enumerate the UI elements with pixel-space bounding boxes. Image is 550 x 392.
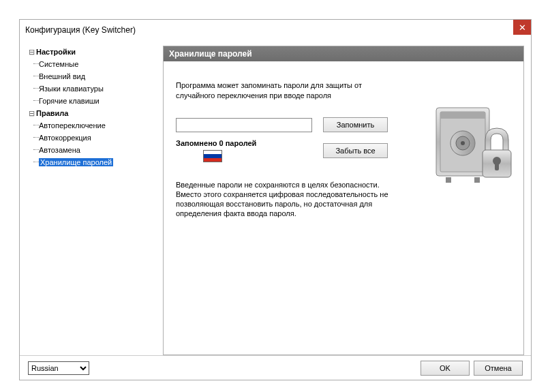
flag-russia-icon (203, 150, 222, 162)
panel-header: Хранилище паролей (164, 46, 523, 61)
remember-button[interactable]: Запомнить (323, 117, 388, 132)
safe-lock-icon (432, 102, 514, 191)
tree-group-settings[interactable]: Настройки (27, 46, 156, 58)
footer-bar: Russian OK Отмена (20, 355, 531, 380)
remembered-count: Запомнено 0 паролей (176, 139, 312, 147)
forget-all-button[interactable]: Забыть все (323, 143, 388, 158)
tree-item-hotkeys[interactable]: Горячие клавиши (27, 95, 156, 107)
config-window: Конфигурация (Key Switcher) ✕ Настройки … (19, 19, 532, 380)
close-button[interactable]: ✕ (513, 20, 531, 35)
tree-sidebar: Настройки Системные Внешний вид Языки кл… (27, 46, 156, 355)
svg-rect-10 (495, 162, 499, 170)
description-text: Программа может запоминать пароли для за… (176, 80, 380, 101)
svg-rect-2 (440, 112, 485, 119)
language-select[interactable]: Russian (28, 361, 89, 375)
password-input[interactable] (176, 118, 312, 132)
cancel-button[interactable]: Отмена (474, 361, 523, 376)
svg-rect-7 (474, 177, 480, 183)
titlebar: Конфигурация (Key Switcher) ✕ (20, 20, 531, 40)
ok-button[interactable]: OK (421, 361, 470, 376)
tree-item-autocorrect[interactable]: Автокоррекция (27, 132, 156, 144)
tree-item-appearance[interactable]: Внешний вид (27, 70, 156, 82)
tree-group-rules[interactable]: Правила (27, 107, 156, 119)
content-panel: Хранилище паролей Программа может запоми… (163, 46, 524, 355)
tree-item-system[interactable]: Системные (27, 58, 156, 70)
svg-point-5 (461, 141, 465, 145)
tree-item-autoswitch[interactable]: Автопереключение (27, 119, 156, 132)
tree-item-autoreplace[interactable]: Автозамена (27, 144, 156, 156)
tree-item-password-storage[interactable]: Хранилище паролей (27, 156, 156, 168)
security-note: Введенные пароли не сохраняются в целях … (176, 180, 401, 218)
tree-item-keyboard-langs[interactable]: Языки клавиатуры (27, 82, 156, 95)
window-title: Конфигурация (Key Switcher) (25, 25, 136, 35)
svg-rect-6 (446, 177, 451, 183)
